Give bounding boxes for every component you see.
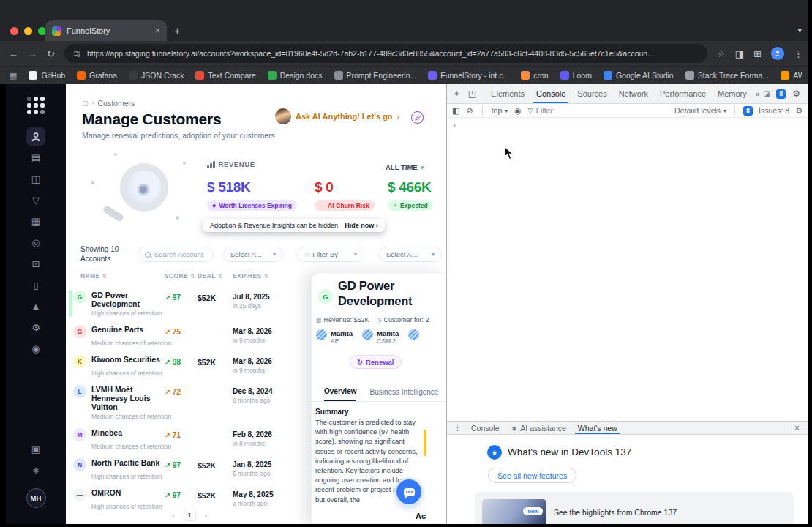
contact-chip[interactable]: MamtaAE [316, 329, 353, 345]
tab-close-icon[interactable]: × [155, 26, 160, 36]
next-page-icon[interactable]: › [205, 511, 208, 520]
console-sidebar-icon[interactable]: ◧ [452, 106, 459, 116]
sidebar-item-growth[interactable]: ▲ [26, 297, 45, 315]
sidebar-item-customers[interactable] [26, 127, 45, 146]
sidebar-item-automations[interactable]: ⊡ [26, 255, 45, 273]
reload-button[interactable]: ↻ [47, 49, 55, 59]
page-number[interactable]: 1 [184, 509, 196, 521]
browser-tab[interactable]: FunnelStory × [45, 20, 167, 41]
search-account-input[interactable] [138, 247, 214, 262]
devtools-tab-performance[interactable]: Performance [654, 84, 712, 103]
devtools-tab-console[interactable]: Console [530, 84, 571, 103]
summary-scrollbar[interactable] [424, 430, 426, 456]
chat-fab-button[interactable] [396, 479, 421, 504]
detail-tab-overview[interactable]: Overview [324, 383, 356, 401]
bookmark-item[interactable]: FunnelStory - int c... [428, 71, 509, 80]
minimize-window-button[interactable] [24, 27, 32, 35]
table-row[interactable]: LLVMH Moët Hennessy Louis VuittonMedium … [73, 381, 318, 424]
bookmark-item[interactable]: Design docs [268, 71, 323, 80]
column-header[interactable]: NAME⇅ [73, 272, 165, 280]
tab-search-chevron-icon[interactable]: ▾ [797, 26, 802, 35]
table-row[interactable]: NNorth Pacific BankHigh chances of reten… [73, 454, 318, 484]
search-input[interactable] [154, 250, 207, 258]
renewal-badge[interactable]: ↻ Renewal [350, 355, 402, 369]
devtools-tab-network[interactable]: Network [613, 84, 654, 103]
chrome-highlights-card[interactable]: new See the highlights from Chrome 137 [475, 492, 794, 524]
devtools-tab-elements[interactable]: Elements [485, 84, 530, 103]
sort-icon[interactable]: ⇅ [102, 273, 108, 280]
column-header[interactable]: SCORE⇅ [165, 272, 198, 280]
close-window-button[interactable] [10, 27, 18, 35]
drawer-tab-what's-new[interactable]: What's new [572, 422, 623, 434]
sort-icon[interactable]: ⇅ [190, 273, 195, 280]
ask-ai-banner[interactable]: Ask AI Anything! Let's go › [275, 108, 399, 124]
sidebar-item-help[interactable]: ◉ [26, 340, 45, 358]
contact-chip[interactable]: MamtaCSM 2 [362, 329, 399, 345]
console-prompt-icon[interactable]: › [453, 120, 456, 130]
sidebar-item-settings[interactable]: ⚙ [26, 318, 45, 337]
sidebar-item-apps[interactable]: ▦ [26, 212, 45, 231]
detail-tab-business-intelligence[interactable]: Business Intelligence [369, 383, 438, 401]
drawer-tab-ai-assistance[interactable]: ∗AI assistance [505, 422, 572, 434]
console-output[interactable]: › [447, 118, 808, 421]
bookmark-item[interactable]: AWS Switch Role [781, 71, 802, 80]
compose-button[interactable] [411, 111, 424, 124]
extensions-icon[interactable]: ⊞ [753, 49, 762, 59]
sidebar-item-segments[interactable]: ◫ [26, 170, 45, 188]
eye-icon[interactable]: ◉ [514, 106, 522, 116]
bookmark-star-icon[interactable]: ☆ [717, 49, 726, 59]
select-filter-dropdown-2[interactable]: Select A...▾ [379, 247, 442, 262]
more-tabs-icon[interactable]: » [753, 89, 763, 98]
log-levels-dropdown[interactable]: Default levels▾ [674, 106, 726, 115]
prev-page-icon[interactable]: ‹ [172, 511, 175, 520]
bookmark-item[interactable]: Stack Trace Forma... [685, 71, 769, 80]
issues-count-badge[interactable]: 8 [776, 89, 786, 99]
side-panel-icon[interactable]: ◨ [735, 49, 744, 59]
table-row[interactable]: KKiwoom SecuritiesHigh chances of retent… [73, 351, 318, 381]
console-settings-gear-icon[interactable]: ⚙ [795, 106, 802, 116]
breadcrumb-label[interactable]: Customers [98, 99, 135, 108]
devtools-tab-memory[interactable]: Memory [712, 84, 753, 103]
select-fil ter-dropdown-1[interactable]: Select A...▾ [223, 247, 283, 262]
device-toolbar-icon[interactable]: ◳ [464, 89, 481, 99]
sidebar-item-integrations[interactable]: ∗ [26, 461, 45, 479]
profile-avatar[interactable] [771, 47, 784, 60]
column-header[interactable]: DEAL⇅ [198, 272, 233, 280]
ask-ai-label[interactable]: Ask AI Anything! Let's go [296, 112, 393, 121]
devtools-tab-sources[interactable]: Sources [571, 84, 612, 103]
sidebar-item-account-map[interactable]: ▤ [26, 149, 45, 167]
contact-chip[interactable] [408, 329, 419, 345]
sidebar-item-funnels[interactable]: ▽ [26, 191, 45, 209]
bookmark-item[interactable]: cron [521, 71, 548, 80]
column-header[interactable]: EXPIRES⇅ [233, 272, 315, 280]
table-row[interactable]: GGD Power DevelopmentHigh chances of ret… [73, 286, 318, 321]
sidebar-item-chat[interactable]: ▣ [26, 440, 45, 458]
filter-by-dropdown[interactable]: ▽ Filter By▾ [297, 247, 364, 262]
clear-console-icon[interactable]: ⊘ [466, 106, 473, 116]
back-button[interactable]: ← [9, 49, 18, 59]
breadcrumb[interactable]: ▢ › Customers [82, 99, 135, 108]
drawer-close-icon[interactable]: × [789, 423, 805, 433]
apps-grid-icon[interactable]: ▦ [10, 71, 17, 81]
bookmark-item[interactable]: Google AI Studio [604, 71, 674, 80]
user-avatar[interactable]: MH [26, 488, 46, 508]
menu-kebab-icon[interactable]: ⋮ [794, 49, 803, 59]
bookmark-item[interactable]: Prompt Engineerin... [334, 71, 417, 80]
hide-now-link[interactable]: Hide now › [345, 222, 378, 229]
bookmark-item[interactable]: Grafana [77, 71, 117, 80]
new-tab-button[interactable]: + [174, 24, 181, 37]
table-row[interactable]: MMinebeaMedium chances of retention↗ 71F… [73, 424, 318, 454]
bookmark-item[interactable]: GitHub [29, 71, 65, 80]
forward-button[interactable]: → [28, 49, 37, 59]
sort-icon[interactable]: ⇅ [264, 273, 269, 280]
bookmark-item[interactable]: Loom [560, 71, 592, 80]
bookmark-item[interactable]: Text Compare [195, 71, 255, 80]
issues-link[interactable]: Issues: 8 [759, 106, 789, 115]
table-row[interactable]: GGenuine PartsMedium chances of retentio… [73, 321, 318, 351]
drawer-tab-console[interactable]: Console [465, 422, 505, 434]
bookmark-item[interactable]: JSON Crack [129, 71, 184, 80]
devtools-settings-gear-icon[interactable]: ⚙ [792, 89, 800, 99]
sort-icon[interactable]: ⇅ [218, 273, 223, 280]
sidebar-item-journeys[interactable]: ◎ [26, 233, 45, 252]
sidebar-item-reports[interactable]: ▯ [26, 276, 45, 294]
